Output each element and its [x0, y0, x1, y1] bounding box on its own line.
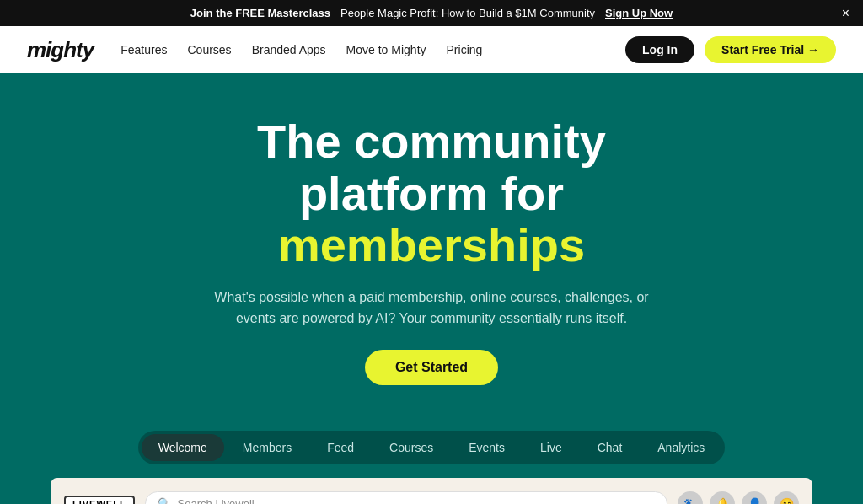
app-avatar[interactable]: 😊 — [774, 491, 799, 504]
hero-heading-highlight: memberships — [278, 218, 585, 271]
nav-item-courses[interactable]: Courses — [187, 42, 231, 57]
hero-heading-line2: platform for — [299, 167, 564, 220]
tab-feed[interactable]: Feed — [310, 434, 371, 461]
search-bar-preview[interactable]: 🔍 Search Livewell — [145, 491, 667, 504]
tab-analytics[interactable]: Analytics — [641, 434, 721, 461]
tab-events[interactable]: Events — [452, 434, 522, 461]
banner-text: People Magic Profit: How to Build a $1M … — [340, 7, 595, 19]
tab-bar: Welcome Members Feed Courses Events Live… — [138, 431, 726, 464]
hero-subtext: What's possible when a paid membership, … — [204, 287, 659, 330]
nav-item-branded-apps[interactable]: Branded Apps — [252, 42, 326, 57]
tab-chat[interactable]: Chat — [581, 434, 640, 461]
app-logo-badge: LIVEWELL — [64, 496, 135, 504]
banner-cta[interactable]: Sign Up Now — [605, 7, 673, 19]
hero-heading: The community platform for memberships — [27, 115, 836, 271]
tab-welcome[interactable]: Welcome — [142, 434, 224, 461]
hero-heading-line1: The community — [257, 115, 606, 168]
nav-actions: Log In Start Free Trial → — [625, 36, 836, 63]
top-banner: Join the FREE Masterclass People Magic P… — [0, 0, 863, 26]
app-icon-1[interactable]: 🐾 — [678, 491, 703, 504]
nav-item-pricing[interactable]: Pricing — [447, 42, 483, 57]
login-button[interactable]: Log In — [625, 36, 694, 63]
nav-item-move-to-mighty[interactable]: Move to Mighty — [346, 42, 426, 57]
nav-links: Features Courses Branded Apps Move to Mi… — [121, 42, 598, 57]
app-icon-3[interactable]: 👤 — [742, 491, 767, 504]
logo[interactable]: mighty — [27, 37, 94, 63]
tab-live[interactable]: Live — [523, 434, 579, 461]
get-started-button[interactable]: Get Started — [365, 350, 498, 385]
hero-section: The community platform for memberships W… — [0, 73, 863, 410]
search-placeholder-text: Search Livewell — [178, 497, 255, 504]
app-preview-bar: LIVEWELL 🔍 Search Livewell 🐾 🔔 👤 😊 — [51, 478, 812, 504]
nav-item-features[interactable]: Features — [121, 42, 167, 57]
banner-title: Join the FREE Masterclass — [190, 7, 330, 19]
close-button[interactable]: × — [842, 6, 850, 21]
navbar: mighty Features Courses Branded Apps Mov… — [0, 26, 863, 73]
tab-members[interactable]: Members — [226, 434, 308, 461]
tab-courses[interactable]: Courses — [373, 434, 450, 461]
app-icon-2[interactable]: 🔔 — [710, 491, 735, 504]
trial-button[interactable]: Start Free Trial → — [705, 36, 836, 63]
app-icons-right: 🐾 🔔 👤 😊 — [678, 491, 799, 504]
tab-bar-wrapper: Welcome Members Feed Courses Events Live… — [0, 431, 863, 464]
search-icon: 🔍 — [158, 497, 171, 504]
